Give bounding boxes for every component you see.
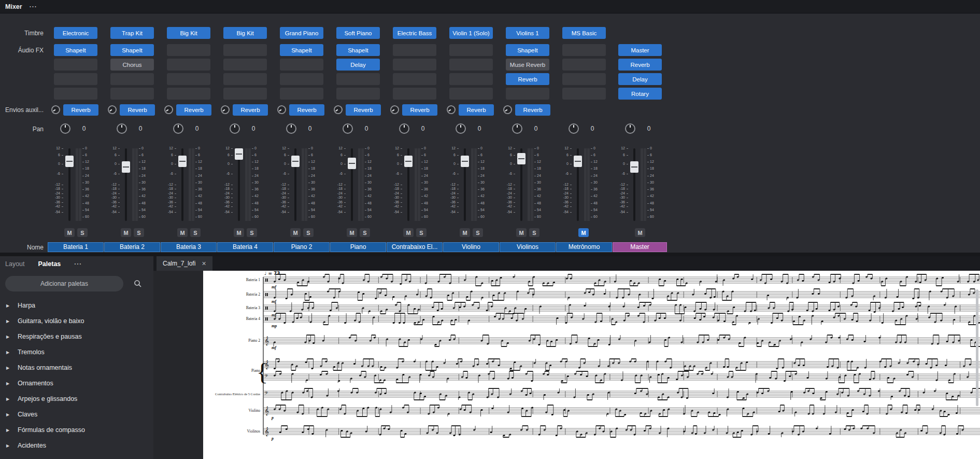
fx-slot-empty[interactable] <box>506 88 549 100</box>
pan-knob[interactable] <box>625 123 635 134</box>
palette-item[interactable]: ▶Fórmulas de compasso <box>0 422 153 438</box>
fx-slot-button[interactable]: Delay <box>336 59 380 71</box>
fader-handle[interactable] <box>461 156 469 167</box>
mute-button[interactable]: M <box>403 228 414 237</box>
solo-button[interactable]: S <box>190 228 201 237</box>
pan-knob[interactable] <box>399 123 409 134</box>
palette-item[interactable]: ▶Harpa <box>0 298 153 313</box>
fader-handle[interactable] <box>178 156 187 167</box>
timbre-button[interactable]: Electronic <box>54 27 97 39</box>
timbre-button[interactable]: Violins 1 <box>506 27 549 39</box>
channel-name[interactable]: Contrabaixo El... <box>387 242 443 252</box>
mute-button[interactable]: M <box>234 228 244 237</box>
fx-slot-empty[interactable] <box>223 73 267 85</box>
timbre-button[interactable]: Big Kit <box>223 27 267 39</box>
aux-send-button[interactable]: Reverb <box>515 104 550 116</box>
fader-track[interactable] <box>125 148 127 221</box>
pan-knob[interactable] <box>569 123 579 134</box>
fx-slot-empty[interactable] <box>167 88 210 100</box>
palette-item[interactable]: ▶Ornamentos <box>0 375 153 391</box>
fx-slot-empty[interactable] <box>280 73 323 85</box>
pan-knob[interactable] <box>117 123 127 134</box>
fader-handle[interactable] <box>574 156 582 167</box>
aux-send-button[interactable]: Reverb <box>176 104 211 116</box>
fx-slot-empty[interactable] <box>393 44 436 56</box>
fx-slot-empty[interactable] <box>167 59 210 71</box>
pan-knob[interactable] <box>286 123 296 134</box>
mute-button[interactable]: M <box>635 228 645 237</box>
palette-item[interactable]: ▶Arpejos e glissandos <box>0 391 153 407</box>
score-canvas[interactable]: Bateria 1mfBateria 2mfBateria 3mfBateria… <box>153 271 980 459</box>
palettes-menu-icon[interactable]: ··· <box>74 260 82 268</box>
solo-button[interactable]: S <box>77 228 88 237</box>
solo-button[interactable]: S <box>303 228 314 237</box>
timbre-button[interactable]: Violin 1 (Solo) <box>449 27 493 39</box>
pan-knob[interactable] <box>343 123 353 134</box>
mute-button[interactable]: M <box>64 228 75 237</box>
mute-button[interactable]: M <box>578 228 589 237</box>
aux-send-knob[interactable] <box>332 104 345 116</box>
fx-slot-empty[interactable] <box>562 59 606 71</box>
fader-track[interactable] <box>633 148 635 221</box>
tab-layout[interactable]: Layout <box>5 260 25 268</box>
aux-send-knob[interactable] <box>50 104 62 116</box>
aux-send-knob[interactable] <box>276 104 288 116</box>
aux-send-button[interactable]: Reverb <box>402 104 437 116</box>
solo-button[interactable]: S <box>134 228 144 237</box>
fx-slot-button[interactable]: ShapeIt <box>110 44 154 56</box>
pan-knob[interactable] <box>456 123 466 134</box>
tab-paletas[interactable]: Paletas <box>38 260 61 268</box>
fx-slot-empty[interactable] <box>110 73 154 85</box>
fx-slot-button[interactable]: Chorus <box>110 59 154 71</box>
aux-send-button[interactable]: Reverb <box>289 104 324 116</box>
fader-handle[interactable] <box>348 158 356 169</box>
fx-slot-button[interactable]: Muse Reverb <box>506 59 549 71</box>
mute-button[interactable]: M <box>516 228 527 237</box>
fx-slot-button[interactable]: Reverb <box>618 59 662 71</box>
solo-button[interactable]: S <box>360 228 370 237</box>
aux-send-knob[interactable] <box>106 104 119 116</box>
fx-slot-empty[interactable] <box>562 88 606 100</box>
fx-slot-empty[interactable] <box>336 88 380 100</box>
aux-send-button[interactable]: Reverb <box>120 104 155 116</box>
fader-handle[interactable] <box>630 161 638 173</box>
channel-name[interactable]: Bateria 2 <box>104 242 160 252</box>
fx-slot-empty[interactable] <box>167 73 210 85</box>
fx-slot-button[interactable]: ShapeIt <box>54 44 97 56</box>
channel-name[interactable]: Violinos <box>500 242 556 252</box>
channel-name[interactable]: Bateria 4 <box>217 242 273 252</box>
fx-slot-empty[interactable] <box>54 73 97 85</box>
fader-handle[interactable] <box>235 148 243 160</box>
fx-slot-button[interactable]: ShapeIt <box>336 44 380 56</box>
fx-slot-button[interactable]: ShapeIt <box>506 44 549 56</box>
fader-handle[interactable] <box>291 156 300 167</box>
aux-send-button[interactable]: Reverb <box>63 104 98 116</box>
fx-slot-empty[interactable] <box>562 73 606 85</box>
fx-slot-empty[interactable] <box>280 59 323 71</box>
fx-slot-empty[interactable] <box>449 88 493 100</box>
fx-slot-button[interactable]: Rotary <box>618 88 662 100</box>
solo-button[interactable]: S <box>473 228 483 237</box>
pan-knob[interactable] <box>60 123 70 134</box>
fx-slot-empty[interactable] <box>110 88 154 100</box>
aux-send-button[interactable]: Reverb <box>346 104 381 116</box>
search-icon[interactable] <box>132 277 144 290</box>
aux-send-knob[interactable] <box>502 104 514 116</box>
fx-slot-empty[interactable] <box>393 73 436 85</box>
fx-slot-empty[interactable] <box>449 73 493 85</box>
score-tab[interactable]: Calm_7_lofi × <box>157 256 212 271</box>
aux-send-button[interactable]: Reverb <box>459 104 494 116</box>
palette-item[interactable]: ▶Claves <box>0 407 153 422</box>
fx-slot-empty[interactable] <box>393 59 436 71</box>
fx-slot-button[interactable]: Reverb <box>506 73 549 85</box>
palette-item[interactable]: ▶Tremolos <box>0 344 153 360</box>
fader-handle[interactable] <box>517 153 525 164</box>
timbre-button[interactable]: Electric Bass <box>393 27 436 39</box>
aux-send-knob[interactable] <box>163 104 175 116</box>
mixer-tab[interactable]: Mixer <box>5 3 22 10</box>
timbre-button[interactable]: Big Kit <box>167 27 210 39</box>
fx-slot-empty[interactable] <box>54 88 97 100</box>
fx-slot-empty[interactable] <box>280 88 323 100</box>
fx-slot-button[interactable]: Master <box>618 44 662 56</box>
channel-name[interactable]: Bateria 1 <box>48 242 104 252</box>
